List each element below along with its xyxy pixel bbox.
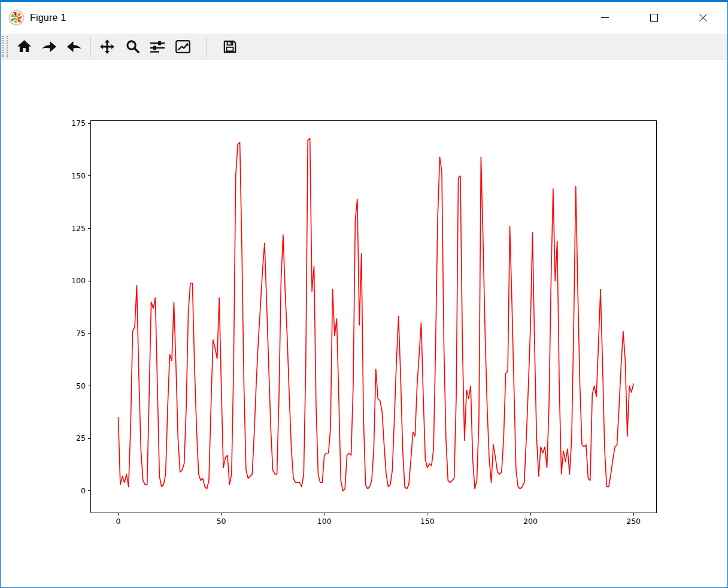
matplotlib-logo-icon — [8, 10, 25, 26]
y-axis-ticks: 0255075100125150175 — [71, 119, 90, 495]
home-icon — [17, 40, 31, 53]
svg-text:75: 75 — [76, 329, 86, 338]
save-button[interactable] — [217, 35, 242, 58]
svg-text:100: 100 — [317, 517, 332, 526]
arrow-right-icon — [67, 41, 81, 52]
sliders-icon — [150, 40, 165, 53]
minimize-button[interactable] — [580, 2, 629, 34]
forward-button[interactable] — [62, 35, 87, 58]
svg-text:150: 150 — [420, 517, 435, 526]
svg-text:100: 100 — [71, 276, 86, 285]
window-controls — [580, 2, 727, 34]
toolbar-separator — [206, 37, 207, 57]
svg-text:175: 175 — [71, 119, 86, 128]
zoom-button[interactable] — [120, 35, 145, 58]
line-chart-icon — [175, 40, 190, 53]
close-button[interactable] — [678, 2, 727, 34]
navigation-toolbar — [1, 34, 727, 60]
home-button[interactable] — [11, 35, 37, 58]
svg-text:0: 0 — [81, 486, 86, 495]
magnifier-icon — [126, 40, 139, 53]
toolbar-separator — [90, 37, 91, 57]
pan-button[interactable] — [95, 35, 120, 58]
x-axis-ticks: 050100150200250 — [116, 513, 641, 526]
toolbar-drag-handle[interactable] — [2, 36, 8, 57]
minimize-icon — [601, 17, 609, 18]
figure-canvas[interactable]: 0501001502002500255075100125150175 — [1, 60, 727, 588]
svg-text:0: 0 — [116, 517, 120, 526]
svg-text:50: 50 — [217, 517, 226, 526]
svg-text:125: 125 — [71, 224, 86, 233]
svg-text:50: 50 — [76, 381, 86, 390]
configure-subplots-button[interactable] — [145, 35, 170, 58]
move-cross-icon — [100, 40, 114, 54]
svg-text:25: 25 — [76, 434, 86, 442]
svg-text:250: 250 — [626, 517, 641, 526]
plot-area: 0501001502002500255075100125150175 — [1, 60, 727, 588]
data-line — [118, 138, 633, 491]
title-bar[interactable]: Figure 1 — [1, 2, 727, 34]
figure-window: Figure 1 — [0, 0, 728, 588]
maximize-button[interactable] — [629, 2, 678, 34]
arrow-left-icon — [42, 41, 56, 52]
floppy-disk-icon — [223, 40, 236, 53]
edit-axes-button[interactable] — [170, 35, 195, 58]
close-icon — [699, 14, 707, 22]
resize-grip[interactable] — [724, 584, 726, 586]
window-title: Figure 1 — [30, 13, 66, 23]
back-button[interactable] — [37, 35, 62, 58]
svg-text:150: 150 — [71, 171, 86, 180]
maximize-icon — [650, 14, 658, 22]
svg-text:200: 200 — [523, 517, 538, 526]
